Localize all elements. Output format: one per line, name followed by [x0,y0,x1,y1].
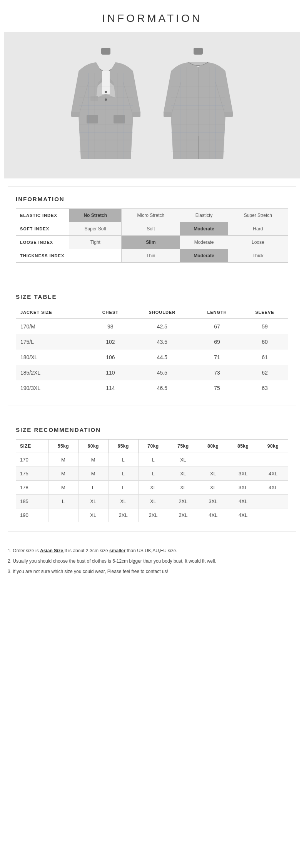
size-recommendation-card: SIZE RECOMMENDATION SIZE 55kg 60kg 65kg … [8,417,296,532]
rec-size-cell: L [78,481,108,495]
size-table-row: 175/L10243.56960 [16,334,288,350]
soft-cell-3: Moderate [180,222,228,236]
rec-size-cell: M [78,453,108,467]
rec-size-cell: 3XL [228,467,258,481]
rec-table-row: 175MMLLXLXL3XL4XL [16,467,288,481]
size-row-jacket: 180/XL [16,350,89,365]
rec-col-90: 90kg [258,440,288,453]
rec-size-cell: 2XL [138,508,168,522]
rec-size-cell: XL [168,467,198,481]
col-jacket-size: JACKET SIZE [16,306,89,319]
rec-col-size: SIZE [16,440,48,453]
rec-size-cell: L [108,467,138,481]
rec-size-cell [228,453,258,467]
note-1-asian-size: Asian Size [40,548,63,553]
note-2: 2. Usually you should choose the bust of… [8,558,296,565]
elastic-index-row: ELASTIC INDEX No Stretch Micro Stretch E… [16,209,288,222]
elastic-cell-4: Super Stretch [228,209,288,222]
size-row-cell: 63 [241,380,288,396]
svg-rect-7 [71,112,80,117]
notes-section: 1. Order size is Asian Size,It is about … [8,543,296,583]
size-table-row: 170/M9842.56759 [16,319,288,335]
rec-col-65: 65kg [108,440,138,453]
size-row-cell: 44.5 [131,350,193,365]
size-row-cell: 102 [89,334,131,350]
jacket-front-image [67,48,144,163]
rec-size-label: 190 [16,508,48,522]
size-table: JACKET SIZE CHEST SHOULDER LENGTH SLEEVE… [16,306,288,396]
soft-cell-4: Hard [228,222,288,236]
size-row-jacket: 175/L [16,334,89,350]
size-row-jacket: 185/2XL [16,365,89,380]
note-1: 1. Order size is Asian Size,It is about … [8,547,296,555]
rec-col-60: 60kg [78,440,108,453]
information-card: INFORMATION ELASTIC INDEX No Stretch Mic… [8,186,296,272]
rec-size-label: 170 [16,453,48,467]
rec-size-cell: XL [198,467,228,481]
col-length: LENGTH [193,306,241,319]
size-row-cell: 106 [89,350,131,365]
rec-size-cell: 4XL [258,481,288,495]
size-table-title: SIZE TABLE [16,293,288,300]
rec-size-cell: XL [78,495,108,508]
size-row-jacket: 190/3XL [16,380,89,396]
note-1-smaller: smaller [109,548,125,553]
soft-index-row: SOFT INDEX Super Soft Soft Moderate Hard [16,222,288,236]
size-row-cell: 61 [241,350,288,365]
rec-size-cell: 2XL [108,508,138,522]
elastic-cell-2: Micro Stretch [122,209,180,222]
rec-size-cell [48,508,78,522]
rec-size-cell: 4XL [228,508,258,522]
rec-size-cell: 4XL [228,495,258,508]
rec-size-cell: L [108,481,138,495]
rec-table-row: 170MMLLXL [16,453,288,467]
size-rec-table: SIZE 55kg 60kg 65kg 70kg 75kg 80kg 85kg … [16,439,288,522]
rec-size-cell: 3XL [228,481,258,495]
size-table-row: 185/2XL11045.57362 [16,365,288,380]
svg-rect-24 [164,112,172,117]
loose-cell-2: Slim [122,236,180,249]
elastic-cell-3: Elasticty [180,209,228,222]
soft-label: SOFT INDEX [16,222,69,236]
rec-col-85: 85kg [228,440,258,453]
size-table-row: 180/XL10644.57161 [16,350,288,365]
size-row-cell: 67 [193,319,241,335]
size-row-cell: 110 [89,365,131,380]
elastic-cell-1: No Stretch [69,209,122,222]
rec-size-cell: XL [108,495,138,508]
thickness-cell-1 [69,249,122,263]
thickness-cell-4: Thick [228,249,288,263]
rec-size-cell: XL [78,508,108,522]
size-table-card: SIZE TABLE JACKET SIZE CHEST SHOULDER LE… [8,284,296,405]
col-sleeve: SLEEVE [241,306,288,319]
rec-size-label: 178 [16,481,48,495]
index-table: ELASTIC INDEX No Stretch Micro Stretch E… [16,208,288,263]
rec-size-cell: L [108,453,138,467]
thickness-index-row: THICKNESS INDEX Thin Moderate Thick [16,249,288,263]
rec-size-cell: XL [168,453,198,467]
soft-cell-2: Soft [122,222,180,236]
rec-col-80: 80kg [198,440,228,453]
loose-cell-4: Loose [228,236,288,249]
product-images-section [4,32,300,178]
size-row-cell: 59 [241,319,288,335]
rec-size-cell: 4XL [258,467,288,481]
rec-size-cell: M [48,467,78,481]
rec-size-cell: M [48,481,78,495]
rec-size-cell: 2XL [168,508,198,522]
rec-size-label: 185 [16,495,48,508]
loose-cell-1: Tight [69,236,122,249]
rec-col-55: 55kg [48,440,78,453]
loose-label: LOOSE INDEX [16,236,69,249]
rec-table-row: 190XL2XL2XL2XL4XL4XL [16,508,288,522]
jacket-back-image [160,48,237,163]
rec-size-cell: 2XL [168,495,198,508]
size-row-cell: 60 [241,334,288,350]
rec-size-cell: M [48,453,78,467]
rec-table-row: 178MLLXLXLXL3XL4XL [16,481,288,495]
col-shoulder: SHOULDER [131,306,193,319]
info-section-title: INFORMATION [16,196,288,202]
svg-rect-1 [102,71,110,94]
svg-rect-25 [224,112,233,117]
size-row-cell: 73 [193,365,241,380]
